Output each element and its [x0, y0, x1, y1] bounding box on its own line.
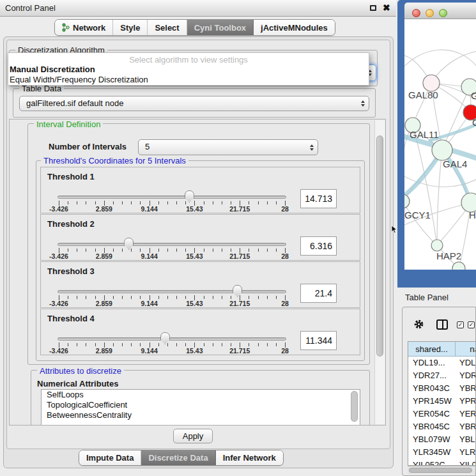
gear-icon[interactable] [413, 319, 424, 330]
node-gcy1[interactable] [404, 194, 410, 208]
threshold-slider-track[interactable] [58, 337, 286, 341]
minor-tick [167, 343, 168, 346]
node-bottom[interactable] [452, 262, 465, 270]
minor-tick [122, 343, 123, 346]
columns-icon[interactable] [436, 319, 448, 330]
vertical-scrollbar-thumb[interactable] [376, 135, 383, 357]
minor-tick [222, 343, 222, 346]
threshold-slider-handle[interactable] [233, 285, 242, 297]
bottom-tab-impute-data[interactable]: Impute Data [79, 450, 141, 465]
minor-tick [158, 343, 159, 346]
threshold-slider-track[interactable] [58, 243, 286, 246]
attribute-item-betweennesscentrality[interactable]: BetweennessCentrality [42, 410, 360, 420]
numerical-attributes-list: SelfLoopsTopologicalCoefficientBetweenne… [41, 389, 360, 426]
close-traffic-light-icon[interactable] [412, 9, 420, 17]
number-of-intervals-value: 5 [145, 140, 150, 154]
cell-name: YDL1 [456, 357, 476, 369]
tick-label: 21.715 [229, 300, 250, 307]
checkbox-icon[interactable]: ✓ [457, 321, 464, 328]
table-row[interactable]: YBL079WYBL0 [408, 433, 476, 446]
table-row[interactable]: YBR043CYBR0 [408, 382, 476, 395]
cell-name: YBL0 [456, 433, 476, 446]
minor-tick [113, 296, 114, 299]
minor-tick [231, 201, 231, 204]
threshold-value-field[interactable]: 11.344 [300, 331, 337, 350]
minor-tick [167, 249, 168, 252]
table-row[interactable]: YBR045CYBR0 [408, 420, 476, 433]
tick-label: 21.715 [229, 347, 250, 355]
bottom-tab-infer-network[interactable]: Infer Network [216, 450, 283, 465]
threshold-slider-handle[interactable] [160, 332, 170, 344]
cell-name: YPR1 [456, 395, 476, 408]
tick-label: -3.426 [49, 205, 68, 213]
column-header-shared[interactable]: shared... [408, 342, 456, 357]
node-label: HAP2 [436, 250, 461, 261]
threshold-slider-handle[interactable] [124, 238, 134, 250]
tab-cyni-toolbox[interactable]: Cyni Toolbox [187, 20, 254, 35]
bottom-tab-discretize-data[interactable]: Discretize Data [141, 450, 215, 465]
minor-tick [131, 296, 132, 299]
threshold-slider-track[interactable] [58, 196, 286, 199]
network-view-canvas[interactable]: GAL80 GAL11 GAL4 GCY1 HAP2 GA C H [404, 19, 476, 270]
minor-tick [204, 249, 204, 252]
tab-style[interactable]: Style [113, 20, 148, 35]
horizontal-scrollbar-track[interactable] [408, 466, 476, 474]
thresholds-group-label: Threshold's Coordinates for 5 Intervals [41, 156, 188, 165]
vertical-scrollbar-track[interactable] [374, 120, 385, 424]
minor-tick [185, 296, 186, 299]
minor-tick [258, 296, 259, 299]
algorithm-dropdown-popup: Select algorithm to view settings Manual… [8, 52, 369, 86]
minor-tick [68, 343, 68, 346]
threshold-value-field[interactable]: 14.713 [300, 189, 337, 208]
minor-tick [140, 296, 141, 299]
tab-label: Cyni Toolbox [194, 23, 246, 33]
zoom-traffic-light-icon[interactable] [439, 9, 447, 17]
node-label: C [472, 117, 476, 128]
minor-tick [249, 296, 249, 299]
attribute-item-selfloops[interactable]: SelfLoops [42, 390, 360, 400]
node-gal4[interactable] [432, 140, 452, 160]
minor-tick [95, 249, 96, 252]
tab-jactivemnodules[interactable]: jActiveMNodules [254, 20, 335, 35]
threshold-label: Threshold 2 [47, 219, 95, 229]
number-of-intervals-combobox[interactable]: 5 [138, 139, 318, 155]
node-label: H [469, 210, 476, 220]
node-hap2[interactable] [431, 240, 443, 251]
minor-tick [68, 201, 68, 204]
horizontal-scrollbar-thumb[interactable] [409, 468, 472, 473]
algorithm-option-manual-discretization[interactable]: Manual Discretization [8, 65, 369, 75]
table-row[interactable]: YER054CYER0 [408, 408, 476, 420]
threshold-value-field[interactable]: 21.4 [300, 284, 337, 303]
table-row[interactable]: YDL19...YDL1 [408, 357, 476, 369]
table-row[interactable]: YPR145WYPR1 [408, 395, 476, 408]
minimize-traffic-light-icon[interactable] [426, 9, 434, 17]
apply-button[interactable]: Apply [173, 429, 213, 443]
mouse-cursor [391, 225, 397, 234]
table-data-combobox[interactable]: galFiltered.sif default node [19, 96, 369, 111]
attribute-item-topologicalcoefficient[interactable]: TopologicalCoefficient [42, 400, 360, 410]
minor-tick [86, 201, 86, 204]
minor-tick [167, 201, 168, 204]
algorithm-option-equal-width-frequency-discretization[interactable]: Equal Width/Frequency Discretization [8, 75, 369, 85]
control-panel-title: Control Panel [5, 3, 56, 13]
network-window-titlebar[interactable] [404, 3, 476, 19]
cell-shared-name: YIL052C [408, 459, 456, 466]
network-window-frame: GAL80 GAL11 GAL4 GCY1 HAP2 GA C H [397, 0, 476, 288]
table-row[interactable]: YDR27...YDR2 [408, 369, 476, 382]
column-header-name[interactable]: na [456, 342, 476, 357]
checkbox-icon[interactable]: ✓ [468, 321, 475, 328]
tab-select[interactable]: Select [148, 20, 187, 35]
float-window-icon[interactable] [370, 5, 376, 11]
tab-network[interactable]: Network [55, 20, 113, 35]
threshold-slider-track[interactable] [58, 290, 286, 293]
threshold-value-field[interactable]: 6.316 [300, 236, 337, 256]
close-icon[interactable]: ✖ [383, 3, 390, 13]
table-row[interactable]: YIL052CYIL0 [408, 459, 476, 466]
table-row[interactable]: YLR345WYLR3 [408, 446, 476, 459]
minor-tick [113, 201, 114, 204]
list-scrollbar-thumb[interactable] [351, 391, 358, 422]
cell-name: YDR2 [456, 369, 476, 382]
tab-label: Impute Data [86, 453, 134, 463]
tick-label: 21.715 [229, 252, 250, 260]
minor-tick [122, 296, 123, 299]
